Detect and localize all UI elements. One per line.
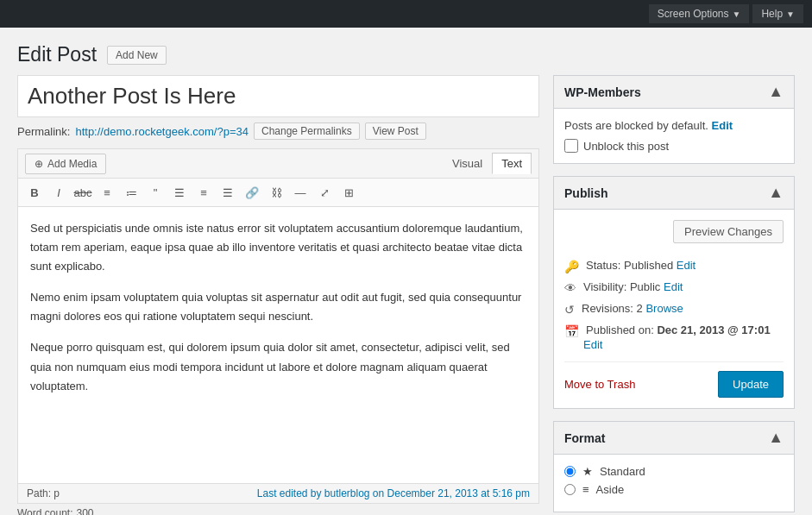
view-post-button[interactable]: View Post xyxy=(365,122,426,140)
visibility-edit-link[interactable]: Edit xyxy=(664,280,683,293)
unordered-list-button[interactable]: ≡ xyxy=(96,182,118,203)
publish-actions: Move to Trash Update xyxy=(564,361,784,398)
link-button[interactable]: 🔗 xyxy=(241,182,263,203)
format-aside-option: ≡ Aside xyxy=(564,483,784,496)
status-edit-link[interactable]: Edit xyxy=(677,259,696,272)
text-tab[interactable]: Text xyxy=(492,153,532,174)
unblock-row: Unblock this post xyxy=(564,139,784,153)
publish-visibility-row: 👁 Visibility: Public Edit xyxy=(564,277,784,298)
post-title-input[interactable] xyxy=(17,75,539,117)
publish-header: Publish ▲ xyxy=(554,177,794,210)
bold-button[interactable]: B xyxy=(23,182,46,203)
format-standard-label: Standard xyxy=(600,465,645,478)
content-paragraph-3: Neque porro quisquam est, qui dolorem ip… xyxy=(30,338,526,395)
format-box: Format ▲ ★ Standard ≡ Aside xyxy=(553,421,795,512)
wp-members-edit-link[interactable]: Edit xyxy=(712,119,733,132)
format-aside-radio[interactable] xyxy=(564,484,576,495)
format-title: Format xyxy=(564,431,605,445)
screen-options-label: Screen Options xyxy=(658,8,729,20)
format-standard-radio[interactable] xyxy=(564,466,576,477)
editor-toolbar: B I abc ≡ ≔ " ☰ ≡ ☰ 🔗 ⛓ — ⤢ ⊞ xyxy=(18,179,538,207)
wp-members-header: WP-Members ▲ xyxy=(554,76,794,109)
help-arrow-icon: ▼ xyxy=(786,9,795,19)
kitchen-sink-button[interactable]: ⊞ xyxy=(337,182,360,203)
align-left-button[interactable]: ☰ xyxy=(168,182,191,203)
publish-content: Preview Changes 🔑 Status: Published Edit… xyxy=(554,210,794,408)
format-aside-label: Aside xyxy=(596,483,625,496)
wp-members-content: Posts are blocked by default. Edit Unblo… xyxy=(554,109,794,163)
editor-box: ⊕ Add Media Visual Text B I abc ≡ ≔ " ☰ … xyxy=(17,148,539,504)
aside-format-icon: ≡ xyxy=(582,483,589,496)
page-title: Edit Post xyxy=(17,43,97,66)
blocked-text: Posts are blocked by default. xyxy=(564,119,708,132)
screen-options-arrow-icon: ▼ xyxy=(733,9,741,19)
permalink-url[interactable]: http://demo.rocketgeek.com/?p=34 xyxy=(75,125,249,138)
add-media-button[interactable]: ⊕ Add Media xyxy=(25,154,106,174)
permalink-label: Permalink: xyxy=(17,125,70,138)
format-content: ★ Standard ≡ Aside xyxy=(554,455,794,512)
content-area: Permalink: http://demo.rocketgeek.com/?p… xyxy=(17,75,539,515)
editor-top-bar: ⊕ Add Media Visual Text xyxy=(18,149,538,179)
insert-more-button[interactable]: — xyxy=(289,182,312,203)
add-new-button[interactable]: Add New xyxy=(107,46,167,65)
editor-footer: Path: p Last edited by butlerblog on Dec… xyxy=(18,483,538,503)
page-header: Edit Post Add New xyxy=(0,28,812,75)
strikethrough-button[interactable]: abc xyxy=(72,182,94,203)
unlink-button[interactable]: ⛓ xyxy=(265,182,287,203)
content-paragraph-1: Sed ut perspiciatis unde omnis iste natu… xyxy=(30,219,526,276)
editor-mode-tabs: Visual Text xyxy=(443,153,532,174)
unblock-label: Unblock this post xyxy=(583,140,669,153)
align-center-button[interactable]: ≡ xyxy=(192,182,215,203)
ordered-list-button[interactable]: ≔ xyxy=(120,182,142,203)
admin-top-bar: Screen Options ▼ Help ▼ xyxy=(0,0,812,28)
editor-content[interactable]: Sed ut perspiciatis unde omnis iste natu… xyxy=(18,207,538,483)
published-date-edit-link[interactable]: Edit xyxy=(583,338,602,351)
visibility-icon: 👁 xyxy=(564,281,576,295)
main-layout: Permalink: http://demo.rocketgeek.com/?p… xyxy=(0,75,812,515)
screen-options-button[interactable]: Screen Options ▼ xyxy=(649,4,750,23)
wp-members-box: WP-Members ▲ Posts are blocked by defaul… xyxy=(553,75,795,164)
wp-members-title: WP-Members xyxy=(564,85,641,99)
calendar-icon: 📅 xyxy=(564,324,579,338)
sidebar: WP-Members ▲ Posts are blocked by defaul… xyxy=(553,75,795,515)
revisions-label: Revisions: 2 Browse xyxy=(582,302,683,315)
status-icon: 🔑 xyxy=(564,260,579,273)
word-count-bar: Word count: 300 xyxy=(17,504,539,515)
publish-title: Publish xyxy=(564,186,608,200)
wp-members-toggle-button[interactable]: ▲ xyxy=(768,83,784,101)
path-info: Path: p xyxy=(27,487,60,499)
word-count-label: Word count: xyxy=(17,507,72,515)
add-media-icon: ⊕ xyxy=(35,158,43,170)
publish-toggle-button[interactable]: ▲ xyxy=(768,184,784,202)
publish-revisions-row: ↺ Revisions: 2 Browse xyxy=(564,298,784,320)
visual-tab[interactable]: Visual xyxy=(443,153,492,174)
move-to-trash-link[interactable]: Move to Trash xyxy=(564,378,635,391)
help-label: Help xyxy=(761,8,783,20)
add-media-label: Add Media xyxy=(47,158,97,170)
update-button[interactable]: Update xyxy=(718,371,784,398)
revisions-browse-link[interactable]: Browse xyxy=(645,302,683,315)
blockquote-button[interactable]: " xyxy=(144,182,167,203)
standard-format-icon: ★ xyxy=(582,465,593,478)
change-permalinks-button[interactable]: Change Permalinks xyxy=(254,122,360,140)
format-header: Format ▲ xyxy=(554,422,794,455)
content-paragraph-2: Nemo enim ipsam voluptatem quia voluptas… xyxy=(30,288,526,326)
help-button[interactable]: Help ▼ xyxy=(752,4,803,23)
wp-members-blocked-text: Posts are blocked by default. Edit xyxy=(564,119,784,132)
format-standard-option: ★ Standard xyxy=(564,465,784,478)
publish-status-row: 🔑 Status: Published Edit xyxy=(564,255,784,277)
last-edited: Last edited by butlerblog on December 21… xyxy=(257,487,530,499)
italic-button[interactable]: I xyxy=(47,182,70,203)
fullscreen-button[interactable]: ⤢ xyxy=(313,182,336,203)
align-right-button[interactable]: ☰ xyxy=(217,182,239,203)
published-date: Published on: Dec 21, 2013 @ 17:01 xyxy=(586,323,771,336)
preview-changes-button[interactable]: Preview Changes xyxy=(673,220,784,243)
unblock-checkbox[interactable] xyxy=(564,139,578,153)
word-count-value: 300 xyxy=(76,507,93,515)
revisions-icon: ↺ xyxy=(564,303,575,317)
publish-box: Publish ▲ Preview Changes 🔑 Status: Publ… xyxy=(553,176,795,409)
visibility-label: Visibility: Public Edit xyxy=(583,280,683,293)
format-toggle-button[interactable]: ▲ xyxy=(768,429,784,447)
permalink-row: Permalink: http://demo.rocketgeek.com/?p… xyxy=(17,122,539,140)
status-label: Status: Published Edit xyxy=(586,259,696,272)
